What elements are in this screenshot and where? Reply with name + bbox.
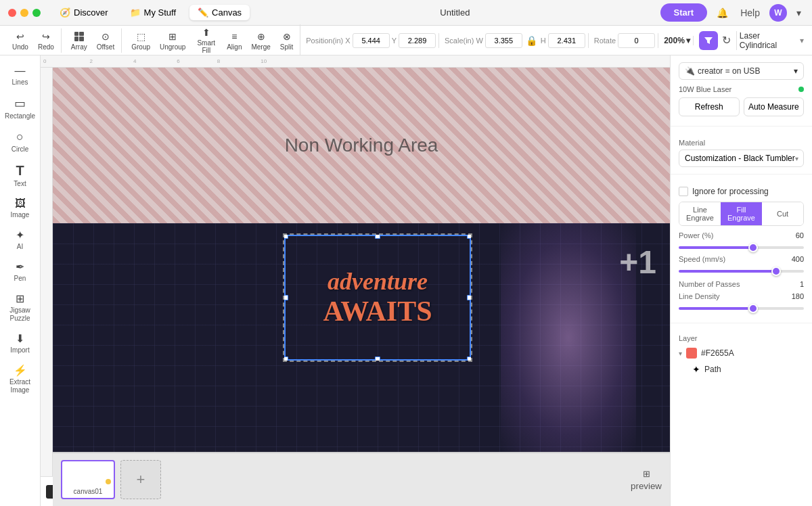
sidebar-item-image[interactable]: 🖼 Image xyxy=(3,193,38,223)
group-button[interactable]: ⬚ Group xyxy=(127,28,154,53)
ignore-processing-row: Ignore for processing xyxy=(679,187,804,196)
tab-discover[interactable]: 🧭 Discover xyxy=(51,5,116,20)
sidebar-item-jigsaw[interactable]: ⊞ JigsawPuzzle xyxy=(3,288,38,327)
handle-top-mid[interactable] xyxy=(375,233,380,239)
text-label: Text xyxy=(14,180,26,188)
split-icon: ⊗ xyxy=(281,30,293,43)
jigsaw-label: JigsawPuzzle xyxy=(9,306,30,323)
non-working-label: Non Working Area xyxy=(285,135,438,156)
sidebar-item-lines[interactable]: ― Lines xyxy=(3,61,38,91)
status-dot xyxy=(798,87,804,92)
sidebar-item-rectangle[interactable]: ▭ Rectangle xyxy=(3,92,38,124)
pencil-icon: ✏️ xyxy=(198,7,208,18)
filter-refresh-group: ↻ xyxy=(696,31,734,50)
plus-badge: +1 xyxy=(619,244,656,281)
pos-x-input[interactable] xyxy=(353,33,390,48)
zoom-select[interactable]: 200% ▾ xyxy=(664,36,690,45)
handle-mid-right[interactable] xyxy=(467,295,472,300)
user-menu-button[interactable]: ▾ xyxy=(794,5,804,21)
handle-top-right[interactable] xyxy=(467,233,472,239)
scale-h-input[interactable] xyxy=(548,33,585,48)
adventure-image-container[interactable]: adventure AWAITS xyxy=(283,233,472,362)
material-select[interactable]: Customization - Black Tumbler xyxy=(679,150,804,167)
ignore-checkbox[interactable] xyxy=(679,187,688,196)
rotate-input[interactable] xyxy=(618,33,655,48)
tab-fill-engrave[interactable]: Fill Engrave xyxy=(721,202,762,225)
material-section: Material Customization - Black Tumbler xyxy=(671,127,812,175)
layer-section: Layer ▾ #F2655A ✦ Path xyxy=(671,323,812,383)
extract-icon: ⚡ xyxy=(14,364,27,377)
import-label: Import xyxy=(10,346,29,354)
close-button[interactable] xyxy=(8,9,16,17)
density-slider[interactable] xyxy=(679,307,804,310)
handle-bottom-mid[interactable] xyxy=(375,356,380,362)
handle-bottom-left[interactable] xyxy=(283,356,288,362)
handle-top-left[interactable] xyxy=(283,233,288,239)
sidebar-item-ai[interactable]: ✦ AI xyxy=(3,225,38,255)
title-right-actions: Start 🔔 Help W ▾ xyxy=(660,3,804,22)
layer-chevron-down[interactable]: ▾ xyxy=(679,350,682,357)
sidebar-item-circle[interactable]: ○ Circle xyxy=(3,126,38,158)
traffic-lights xyxy=(8,9,41,17)
device-selector[interactable]: 🔌 creator = on USB ▾ xyxy=(679,62,804,80)
array-button[interactable]: Array xyxy=(67,28,91,53)
layer-color-swatch[interactable] xyxy=(686,348,697,359)
split-button[interactable]: ⊗ Split xyxy=(276,28,297,53)
pos-y-input[interactable] xyxy=(399,33,436,48)
sidebar-item-text[interactable]: T Text xyxy=(3,159,38,192)
tab-canvas[interactable]: ✏️ Canvas xyxy=(189,5,250,20)
canvas-thumb-label: canvas01 xyxy=(74,488,103,495)
offset-button[interactable]: ⊙ Offset xyxy=(93,28,119,53)
power-slider[interactable] xyxy=(679,246,804,249)
tab-line-engrave[interactable]: Line Engrave xyxy=(679,202,721,225)
ungroup-button[interactable]: ⊞ Ungroup xyxy=(156,28,189,53)
lines-label: Lines xyxy=(12,78,28,87)
laser-device-dropdown[interactable]: ▾ xyxy=(800,36,804,45)
sidebar-item-extract[interactable]: ⚡ ExtractImage xyxy=(3,360,38,398)
sidebar-item-import[interactable]: ⬇ Import xyxy=(3,328,38,359)
refresh-icon-btn[interactable]: ↻ xyxy=(722,34,731,47)
tab-cut[interactable]: Cut xyxy=(762,202,803,225)
density-slider-row: Line Density 180 xyxy=(679,292,804,312)
auto-measure-button[interactable]: Auto Measure xyxy=(744,97,805,116)
position-group: Position(in) X Y xyxy=(303,33,439,48)
notification-button[interactable]: 🔔 xyxy=(714,5,731,21)
redo-button[interactable]: ↪ Redo xyxy=(34,28,58,53)
help-button[interactable]: Help xyxy=(738,5,763,21)
scale-w-input[interactable] xyxy=(485,33,522,48)
layer-color-row: ▾ #F2655A xyxy=(679,345,804,361)
material-label: Material xyxy=(679,139,804,147)
processing-section: Ignore for processing Line Engrave Fill … xyxy=(671,175,812,323)
preview-label: preview xyxy=(631,481,662,491)
ai-icon: ✦ xyxy=(16,229,24,242)
pen-icon: ✒ xyxy=(16,260,24,273)
start-button[interactable]: Start xyxy=(660,3,708,22)
preview-button[interactable]: ⊞ preview xyxy=(631,469,662,491)
speed-slider[interactable] xyxy=(679,270,804,273)
pen-label: Pen xyxy=(14,275,26,283)
group-ungroup-group: ⬚ Group ⊞ Ungroup ⬆ Smart Fill ≡ Align ⊕… xyxy=(125,24,300,56)
tab-mystuff[interactable]: 📁 My Stuff xyxy=(122,5,184,20)
lock-icon[interactable]: 🔒 xyxy=(524,35,539,46)
sidebar-item-pen[interactable]: ✒ Pen xyxy=(3,256,38,287)
canvas-thumbnail-01[interactable]: canvas01 xyxy=(61,460,115,499)
merge-button[interactable]: ⊕ Merge xyxy=(247,28,274,53)
preview-icon: ⊞ xyxy=(643,469,650,479)
maximize-button[interactable] xyxy=(32,9,41,17)
canvas-area[interactable]: 0 2 4 6 8 10 Non Working Area adventure … xyxy=(41,55,670,506)
refresh-button[interactable]: Refresh xyxy=(679,97,740,116)
scale-group: Scale(in) W 🔒 H xyxy=(442,33,589,48)
redo-icon: ↪ xyxy=(40,30,52,43)
page-title: Untitled xyxy=(255,7,654,18)
minimize-button[interactable] xyxy=(20,9,28,17)
add-canvas-button[interactable]: + xyxy=(120,460,161,499)
lines-icon: ― xyxy=(15,65,26,77)
handle-mid-left[interactable] xyxy=(283,295,288,300)
smart-fill-button[interactable]: ⬆ Smart Fill xyxy=(191,24,221,56)
handle-bottom-right[interactable] xyxy=(467,356,472,362)
undo-button[interactable]: ↩ Undo xyxy=(8,28,32,53)
tab-mystuff-label: My Stuff xyxy=(144,7,176,18)
align-button[interactable]: ≡ Align xyxy=(223,28,246,53)
user-avatar[interactable]: W xyxy=(769,4,787,22)
filter-button[interactable] xyxy=(699,31,718,50)
